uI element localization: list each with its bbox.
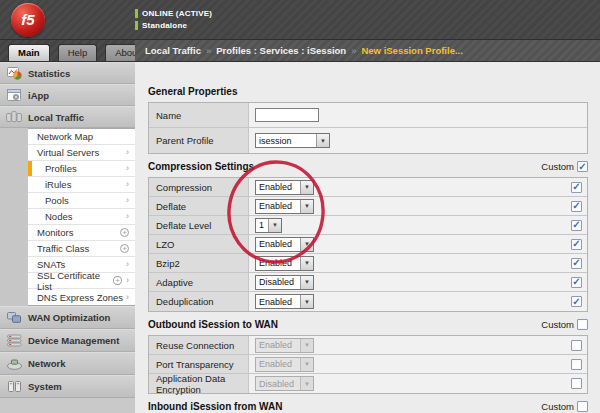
custom-label: Custom bbox=[541, 319, 574, 330]
dropdown-arrow-icon[interactable] bbox=[300, 295, 313, 308]
sidebar-item-virtual-servers[interactable]: Virtual Servers bbox=[28, 145, 135, 161]
sidebar-item-label: iApp bbox=[28, 90, 49, 101]
custom-label: Custom bbox=[541, 161, 574, 172]
row-custom-checkbox[interactable] bbox=[571, 182, 582, 193]
status-standalone-label: Standalone bbox=[142, 21, 187, 30]
sidebar-item-iapp[interactable]: iApp bbox=[0, 84, 135, 106]
bzip2-select[interactable]: Enabled bbox=[255, 256, 314, 271]
custom-checkbox[interactable] bbox=[577, 319, 588, 330]
dropdown-arrow-icon bbox=[300, 339, 313, 352]
deflate-select[interactable]: Enabled bbox=[255, 199, 314, 214]
breadcrumb-link-profiles[interactable]: Profiles : Services : iSession bbox=[216, 45, 346, 56]
table-row-parent-profile: Parent Profile isession bbox=[149, 128, 587, 153]
custom-checkbox[interactable] bbox=[577, 161, 588, 172]
sidebar-item-label: Device Management bbox=[28, 335, 119, 346]
section-title: General Properties bbox=[148, 86, 237, 97]
sidebar-item-pools[interactable]: Pools bbox=[28, 193, 135, 209]
selected-value: Enabled bbox=[256, 257, 300, 270]
table-row-bzip2: Bzip2 Enabled bbox=[149, 254, 587, 273]
deflate-level-label: Deflate Level bbox=[149, 216, 249, 234]
outbound-isession-header: Outbound iSession to WAN Custom bbox=[148, 317, 588, 332]
dropdown-arrow-icon[interactable] bbox=[300, 181, 313, 194]
row-custom-checkbox[interactable] bbox=[571, 220, 582, 231]
deflate-level-select[interactable]: 1 bbox=[255, 218, 282, 233]
selected-value: Enabled bbox=[256, 358, 300, 371]
sidebar-item-local-traffic[interactable]: Local Traffic bbox=[0, 106, 135, 128]
sidebar-item-label: Nodes bbox=[45, 211, 72, 222]
breadcrumb: Local Traffic » Profiles : Services : iS… bbox=[135, 40, 600, 61]
dropdown-arrow-icon[interactable] bbox=[300, 276, 313, 289]
local-traffic-submenu: Network Map Virtual Servers Profiles iRu… bbox=[28, 128, 135, 306]
general-properties-header: General Properties bbox=[148, 84, 588, 99]
name-input[interactable] bbox=[255, 108, 319, 122]
sidebar-item-monitors[interactable]: Monitors bbox=[28, 225, 135, 241]
deduplication-select[interactable]: Enabled bbox=[255, 294, 314, 309]
sidebar-item-label: Local Traffic bbox=[28, 112, 84, 123]
row-custom-checkbox[interactable] bbox=[571, 296, 582, 307]
application-data-encryption-select: Disabled bbox=[255, 376, 314, 391]
iapp-icon bbox=[6, 89, 22, 102]
add-plus-icon[interactable] bbox=[120, 228, 129, 237]
row-custom-checkbox[interactable] bbox=[571, 359, 582, 370]
chevron-right-icon bbox=[126, 196, 129, 205]
compression-settings-header: Compression Settings Custom bbox=[148, 159, 588, 174]
lzo-select[interactable]: Enabled bbox=[255, 237, 314, 252]
row-custom-checkbox[interactable] bbox=[571, 258, 582, 269]
sidebar-item-statistics[interactable]: Statistics bbox=[0, 62, 135, 84]
parent-profile-select[interactable]: isession bbox=[255, 133, 330, 148]
sidebar-item-label: Pools bbox=[45, 195, 69, 206]
sidebar-item-traffic-class[interactable]: Traffic Class bbox=[28, 241, 135, 257]
selected-value: Enabled bbox=[256, 181, 300, 194]
sidebar-item-system[interactable]: System bbox=[0, 375, 135, 398]
sidebar-item-ssl-certificate-list[interactable]: SSL Certificate List bbox=[28, 273, 135, 289]
new-isession-profile-form: General Properties Name Parent Profile i… bbox=[135, 62, 600, 413]
tab-help[interactable]: Help bbox=[58, 44, 98, 61]
dropdown-arrow-icon[interactable] bbox=[316, 134, 329, 147]
system-icon bbox=[6, 380, 22, 393]
breadcrumb-link-local-traffic[interactable]: Local Traffic bbox=[145, 45, 201, 56]
row-custom-checkbox[interactable] bbox=[571, 277, 582, 288]
table-row-port-transparency: Port Transparency Enabled bbox=[149, 355, 587, 374]
sidebar-item-dns-express-zones[interactable]: DNS Express Zones bbox=[28, 289, 135, 305]
row-custom-checkbox[interactable] bbox=[571, 378, 582, 389]
dropdown-arrow-icon[interactable] bbox=[300, 257, 313, 270]
sidebar-item-network-map[interactable]: Network Map bbox=[28, 129, 135, 145]
sidebar-item-label: Monitors bbox=[37, 227, 73, 238]
status-indicator-icon bbox=[135, 9, 138, 18]
sidebar-item-device-management[interactable]: Device Management bbox=[0, 329, 135, 352]
add-plus-icon[interactable] bbox=[120, 244, 129, 253]
tab-main[interactable]: Main bbox=[8, 44, 50, 61]
sidebar-item-irules[interactable]: iRules bbox=[28, 177, 135, 193]
dropdown-arrow-icon[interactable] bbox=[300, 238, 313, 251]
sidebar-item-wan-optimization[interactable]: WAN Optimization bbox=[0, 306, 135, 329]
sidebar-item-label: WAN Optimization bbox=[28, 312, 110, 323]
row-custom-checkbox[interactable] bbox=[571, 340, 582, 351]
table-row-deduplication: Deduplication Enabled bbox=[149, 292, 587, 311]
selected-value: Enabled bbox=[256, 339, 300, 352]
sidebar-item-nodes[interactable]: Nodes bbox=[28, 209, 135, 225]
row-custom-checkbox[interactable] bbox=[571, 239, 582, 250]
sidebar-item-profiles[interactable]: Profiles bbox=[28, 161, 135, 177]
table-row-reuse-connection: Reuse Connection Enabled bbox=[149, 336, 587, 355]
selected-value: isession bbox=[256, 134, 316, 147]
compression-select[interactable]: Enabled bbox=[255, 180, 314, 195]
sidebar-item-label: Statistics bbox=[28, 68, 70, 79]
custom-toggle: Custom bbox=[541, 161, 588, 172]
adaptive-label: Adaptive bbox=[149, 273, 249, 291]
adaptive-select[interactable]: Disabled bbox=[255, 275, 314, 290]
logo-area: f5 bbox=[0, 0, 135, 39]
dropdown-arrow-icon[interactable] bbox=[268, 219, 281, 232]
compression-label: Compression bbox=[149, 178, 249, 196]
table-row-lzo: LZO Enabled bbox=[149, 235, 587, 254]
reuse-connection-select: Enabled bbox=[255, 338, 314, 353]
add-plus-icon[interactable] bbox=[113, 276, 122, 285]
custom-checkbox[interactable] bbox=[577, 401, 588, 412]
dropdown-arrow-icon[interactable] bbox=[300, 200, 313, 213]
status-indicator-icon bbox=[135, 21, 138, 30]
row-custom-checkbox[interactable] bbox=[571, 201, 582, 212]
sidebar-navigation: Statistics iApp Local Traffic Network Ma… bbox=[0, 62, 135, 413]
sidebar-item-network[interactable]: Network bbox=[0, 352, 135, 375]
chevron-right-icon bbox=[126, 148, 129, 157]
table-row-name: Name bbox=[149, 103, 587, 128]
network-icon bbox=[6, 357, 22, 370]
